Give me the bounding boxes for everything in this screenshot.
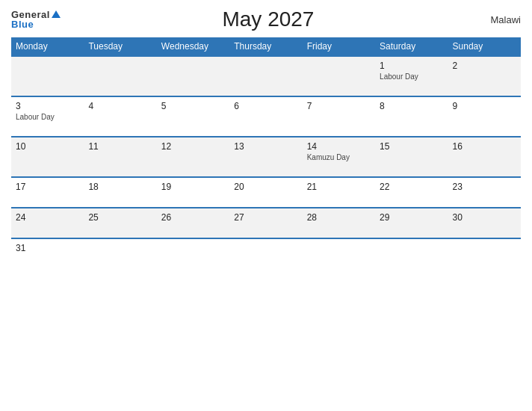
- day-number: 23: [453, 182, 516, 192]
- col-wednesday: Wednesday: [157, 37, 229, 56]
- day-number: 20: [234, 182, 297, 192]
- calendar-cell: 19: [157, 177, 229, 208]
- calendar-cell: 28: [303, 208, 375, 238]
- header: General Blue May 2027 Malawi: [11, 7, 521, 31]
- calendar-cell: 4: [84, 96, 156, 137]
- calendar-cell: [229, 238, 302, 268]
- calendar-cell: 12: [157, 137, 229, 177]
- holiday-label: Labour Day: [16, 113, 79, 121]
- calendar-week-row: 1011121314Kamuzu Day1516: [11, 137, 521, 177]
- holiday-label: Kamuzu Day: [307, 153, 371, 161]
- calendar-cell: 6: [229, 96, 302, 137]
- day-number: 22: [380, 182, 443, 192]
- day-number: 6: [234, 101, 297, 111]
- day-number: 5: [161, 101, 225, 111]
- calendar-cell: 31: [11, 238, 84, 268]
- day-number: 18: [88, 182, 152, 192]
- day-number: 21: [307, 182, 371, 192]
- day-number: 8: [380, 101, 443, 111]
- col-saturday: Saturday: [375, 37, 448, 56]
- day-number: 14: [307, 141, 371, 152]
- day-number: 27: [234, 212, 297, 223]
- calendar-cell: 5: [157, 96, 229, 137]
- calendar-cell: [229, 56, 302, 96]
- day-number: 12: [161, 141, 225, 152]
- logo-triangle-icon: [52, 10, 61, 18]
- month-title: May 2027: [61, 7, 476, 31]
- logo-blue-text: Blue: [11, 19, 34, 29]
- calendar-cell: 9: [448, 96, 521, 137]
- calendar-table: Monday Tuesday Wednesday Thursday Friday…: [11, 37, 521, 268]
- calendar-week-row: 17181920212223: [11, 177, 521, 208]
- day-number: 17: [16, 182, 79, 192]
- day-number: 13: [234, 141, 297, 152]
- day-number: 4: [88, 101, 152, 111]
- holiday-label: Labour Day: [380, 72, 443, 81]
- logo: General Blue: [11, 10, 61, 29]
- day-number: 9: [453, 101, 516, 111]
- calendar-week-row: 1Labour Day2: [11, 56, 521, 96]
- calendar-cell: 29: [375, 208, 448, 238]
- calendar-cell: 25: [84, 208, 156, 238]
- calendar-cell: [157, 238, 229, 268]
- calendar-week-row: 31: [11, 238, 521, 268]
- col-sunday: Sunday: [448, 37, 521, 56]
- calendar-cell: 11: [84, 137, 156, 177]
- calendar-cell: 1Labour Day: [375, 56, 448, 96]
- calendar-cell: 23: [448, 177, 521, 208]
- col-friday: Friday: [303, 37, 375, 56]
- calendar-cell: 2: [448, 56, 521, 96]
- day-number: 24: [16, 212, 79, 223]
- day-number: 26: [161, 212, 225, 223]
- calendar-cell: 18: [84, 177, 156, 208]
- calendar-cell: [375, 238, 448, 268]
- calendar-header-row: Monday Tuesday Wednesday Thursday Friday…: [11, 37, 521, 56]
- col-tuesday: Tuesday: [84, 37, 156, 56]
- calendar-cell: [84, 238, 156, 268]
- day-number: 29: [380, 212, 443, 223]
- calendar-cell: [303, 56, 375, 96]
- country-label: Malawi: [476, 14, 521, 25]
- col-monday: Monday: [11, 37, 84, 56]
- col-thursday: Thursday: [229, 37, 302, 56]
- day-number: 30: [453, 212, 516, 223]
- calendar-cell: 20: [229, 177, 302, 208]
- day-number: 25: [88, 212, 152, 223]
- calendar-cell: 10: [11, 137, 84, 177]
- calendar-cell: [157, 56, 229, 96]
- calendar-cell: [11, 56, 84, 96]
- calendar-cell: 16: [448, 137, 521, 177]
- day-number: 1: [380, 61, 443, 71]
- day-number: 10: [16, 141, 79, 152]
- day-number: 28: [307, 212, 371, 223]
- calendar-week-row: 24252627282930: [11, 208, 521, 238]
- calendar-cell: [448, 238, 521, 268]
- day-number: 7: [307, 101, 371, 111]
- calendar-page: General Blue May 2027 Malawi Monday Tues…: [0, 0, 532, 411]
- calendar-cell: [84, 56, 156, 96]
- day-number: 2: [453, 61, 516, 71]
- calendar-cell: 14Kamuzu Day: [303, 137, 375, 177]
- calendar-cell: 30: [448, 208, 521, 238]
- day-number: 19: [161, 182, 225, 192]
- calendar-cell: [303, 238, 375, 268]
- calendar-cell: 17: [11, 177, 84, 208]
- day-number: 31: [16, 243, 79, 253]
- calendar-cell: 15: [375, 137, 448, 177]
- calendar-cell: 21: [303, 177, 375, 208]
- calendar-cell: 22: [375, 177, 448, 208]
- day-number: 11: [88, 141, 152, 152]
- calendar-cell: 7: [303, 96, 375, 137]
- calendar-cell: 26: [157, 208, 229, 238]
- calendar-cell: 3Labour Day: [11, 96, 84, 137]
- calendar-cell: 13: [229, 137, 302, 177]
- calendar-cell: 8: [375, 96, 448, 137]
- day-number: 15: [380, 141, 443, 152]
- calendar-cell: 27: [229, 208, 302, 238]
- day-number: 16: [453, 141, 516, 152]
- calendar-cell: 24: [11, 208, 84, 238]
- calendar-week-row: 3Labour Day456789: [11, 96, 521, 137]
- day-number: 3: [16, 101, 79, 111]
